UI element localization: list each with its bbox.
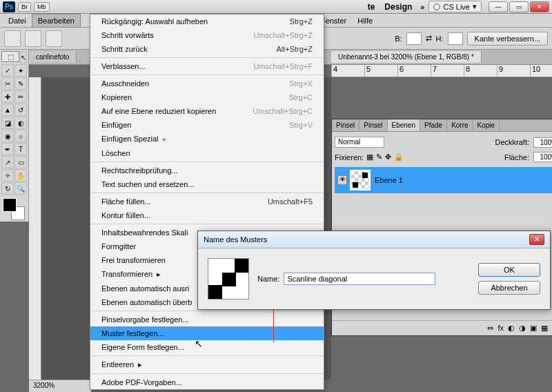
menu-step-forward[interactable]: Schritt vorwärtsUmschalt+Strg+Z bbox=[90, 28, 324, 42]
zoom-tool[interactable]: 🔍 bbox=[14, 182, 27, 195]
menu-step-backward[interactable]: Schritt zurückAlt+Strg+Z bbox=[90, 42, 324, 56]
more-workspaces[interactable]: » bbox=[417, 3, 427, 11]
menu-cut[interactable]: AusschneidenStrg+X bbox=[90, 77, 324, 90]
eyedropper-tool[interactable]: ✎ bbox=[14, 77, 27, 90]
ruler-horizontal: 45678910 bbox=[331, 65, 552, 77]
menu-define-brush[interactable]: Pinselvorgabe festlegen... bbox=[90, 313, 324, 326]
menu-stroke[interactable]: Kontur füllen... bbox=[90, 208, 324, 222]
height-input[interactable] bbox=[448, 32, 463, 45]
link-icon[interactable]: ⇔ bbox=[487, 324, 493, 333]
zoom-status[interactable]: 3200% bbox=[29, 380, 91, 392]
lasso-tool[interactable]: ✓ bbox=[1, 64, 14, 77]
dialog-close-button[interactable]: ✕ bbox=[529, 234, 544, 245]
menu-paste-special[interactable]: Einfügen Spezial bbox=[90, 132, 324, 146]
tab-paths[interactable]: Pfade bbox=[420, 119, 447, 131]
menu-copy[interactable]: KopierenStrg+C bbox=[90, 90, 324, 104]
fx-icon[interactable]: fx bbox=[497, 324, 504, 333]
selection-mode-icon[interactable] bbox=[25, 30, 41, 47]
dialog-titlebar[interactable]: Name des Musters ✕ bbox=[198, 231, 550, 248]
cslive-button[interactable]: CS Live▾ bbox=[428, 1, 482, 12]
brush-tool[interactable]: ✏ bbox=[14, 90, 27, 103]
3d-tool[interactable]: ✧ bbox=[1, 169, 14, 182]
heal-tool[interactable]: ✚ bbox=[1, 90, 14, 103]
path-tool[interactable]: ↗ bbox=[1, 156, 14, 168]
menu-delete[interactable]: Löschen bbox=[90, 146, 324, 160]
color-swatches[interactable] bbox=[3, 198, 25, 220]
minibridge-button[interactable]: Mb bbox=[34, 2, 50, 12]
menu-undo[interactable]: Rückgängig: Auswahl aufhebenStrg+Z bbox=[90, 14, 324, 28]
new-layer-icon[interactable]: ▦ bbox=[541, 324, 548, 333]
menu-copy-merged[interactable]: Auf eine Ebene reduziert kopierenUmschal… bbox=[90, 104, 324, 118]
hand-tool[interactable]: ✋ bbox=[14, 169, 27, 182]
menu-define-shape[interactable]: Eigene Form festlegen... bbox=[90, 340, 324, 354]
visibility-icon[interactable]: 👁 bbox=[337, 175, 347, 185]
layer-item-1[interactable]: 👁 Ebene 1 bbox=[335, 167, 552, 193]
doc-tab-1[interactable]: canlinefoto bbox=[29, 51, 77, 63]
width-input[interactable] bbox=[406, 32, 422, 45]
fill-input[interactable]: 100% bbox=[533, 152, 552, 162]
dodge-tool[interactable]: ☼ bbox=[14, 130, 27, 142]
workspace-cut[interactable]: te bbox=[364, 2, 379, 12]
maximize-button[interactable]: ▭ bbox=[509, 1, 529, 12]
menu-pdf-presets[interactable]: Adobe PDF-Vorgaben... bbox=[90, 375, 324, 389]
dropdown-icon: ▾ bbox=[473, 2, 477, 11]
workspace-design[interactable]: Design bbox=[380, 2, 416, 12]
type-tool[interactable]: T bbox=[14, 143, 27, 155]
group-icon[interactable]: ▣ bbox=[530, 324, 537, 333]
stamp-tool[interactable]: ▲ bbox=[1, 104, 14, 116]
layer-name[interactable]: Ebene 1 bbox=[375, 176, 403, 184]
ok-button[interactable]: OK bbox=[478, 263, 540, 277]
menu-fill[interactable]: Fläche füllen...Umschalt+F5 bbox=[90, 195, 324, 208]
cancel-button[interactable]: Abbrechen bbox=[478, 281, 540, 295]
selection-mode2-icon[interactable] bbox=[46, 30, 62, 47]
layer-thumbnail[interactable] bbox=[350, 170, 371, 190]
swap-icon[interactable]: ⇄ bbox=[426, 34, 432, 43]
eraser-tool[interactable]: ◪ bbox=[1, 117, 14, 129]
move-tool[interactable]: ↖ bbox=[20, 51, 27, 63]
tool-preset-icon[interactable] bbox=[4, 30, 21, 47]
history-brush-tool[interactable]: ↺ bbox=[14, 104, 27, 116]
menu-find-replace[interactable]: Text suchen und ersetzen... bbox=[90, 177, 324, 191]
lock-position-icon[interactable]: ✥ bbox=[385, 153, 391, 161]
wand-tool[interactable]: ✦ bbox=[14, 64, 27, 77]
menu-fade[interactable]: Verblassen...Umschalt+Strg+F bbox=[90, 59, 324, 73]
tools-panel: ⬚↖ ✓✦ ✂✎ ✚✏ ▲↺ ◪◐ ◉☼ ✒T ↗▭ ✧✋ ↻🔍 bbox=[0, 50, 29, 222]
marquee-tool[interactable]: ⬚ bbox=[1, 51, 19, 62]
rotate-tool[interactable]: ↻ bbox=[1, 182, 14, 195]
shape-tool[interactable]: ▭ bbox=[14, 156, 27, 168]
crop-tool[interactable]: ✂ bbox=[1, 77, 14, 90]
pattern-name-input[interactable] bbox=[284, 273, 435, 285]
foreground-color[interactable] bbox=[3, 198, 17, 212]
menu-spellcheck[interactable]: Rechtschreibprüfung... bbox=[90, 164, 324, 177]
blur-tool[interactable]: ◉ bbox=[1, 130, 14, 142]
close-button[interactable]: ✕ bbox=[530, 1, 549, 12]
doc-tab-2[interactable]: Unbenannt-3 bei 3200% (Ebene 1, RGB/8) * bbox=[331, 51, 482, 63]
tab-copy[interactable]: Kopie bbox=[473, 119, 500, 131]
tab-brush2[interactable]: Pinsel bbox=[359, 119, 387, 131]
tab-layers[interactable]: Ebenen bbox=[388, 119, 420, 131]
adjustment-icon[interactable]: ◑ bbox=[519, 324, 526, 333]
menu-purge[interactable]: Entleeren bbox=[90, 357, 324, 372]
opacity-input[interactable]: 100% bbox=[533, 137, 552, 148]
photoshop-icon: Ps bbox=[3, 1, 15, 12]
lock-transparency-icon[interactable]: ▦ bbox=[366, 153, 373, 161]
menu-help[interactable]: Hilfe bbox=[352, 14, 378, 27]
edit-menu-dropdown: Rückgängig: Auswahl aufhebenStrg+Z Schri… bbox=[90, 14, 324, 390]
gradient-tool[interactable]: ◐ bbox=[14, 117, 27, 129]
tab-corrections[interactable]: Korre bbox=[447, 119, 473, 131]
tab-brush1[interactable]: Pinsel bbox=[332, 119, 359, 131]
menu-file[interactable]: Datei bbox=[3, 14, 32, 27]
refine-edge-button[interactable]: Kante verbessern... bbox=[467, 32, 548, 46]
bridge-button[interactable]: Br bbox=[18, 2, 31, 12]
lock-all-icon[interactable]: 🔒 bbox=[394, 153, 404, 161]
menu-edit[interactable]: Bearbeiten bbox=[32, 14, 81, 28]
layers-panel-footer: ⇔ fx ◐ ◑ ▣ ▦ 🗑 bbox=[332, 320, 552, 335]
mask-icon[interactable]: ◐ bbox=[508, 324, 515, 333]
pen-tool[interactable]: ✒ bbox=[1, 143, 14, 155]
minimize-button[interactable]: — bbox=[489, 1, 508, 12]
cslive-label: CS Live bbox=[443, 3, 470, 11]
menu-define-pattern[interactable]: Muster festlegen... bbox=[90, 326, 324, 340]
blend-mode-select[interactable]: Normal bbox=[335, 137, 384, 148]
menu-paste[interactable]: EinfügenStrg+V bbox=[90, 118, 324, 132]
lock-pixels-icon[interactable]: ✎ bbox=[376, 153, 382, 161]
